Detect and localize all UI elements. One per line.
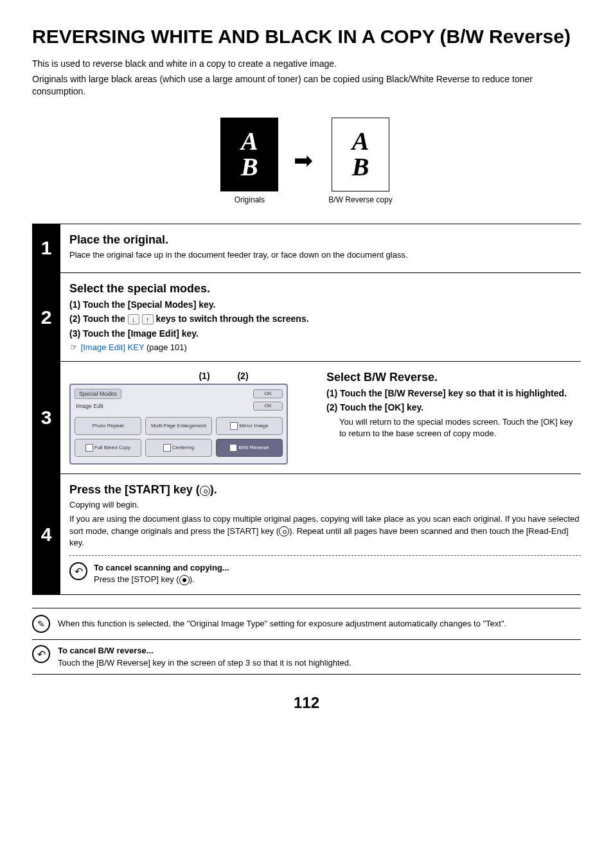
footer-note-2: ↶ To cancel B/W reverse... Touch the [B/… [32,640,581,674]
sample-letter-b-rev: B [352,154,369,180]
photo-repeat-button[interactable]: Photo Repeat [75,417,141,435]
step-3-item-2: (2) Touch the [OK] key. [326,402,581,412]
cancel-scanning-title: To cancel scanning and copying... [94,562,229,574]
full-bleed-copy-button[interactable]: Full Bleed Copy [75,439,141,457]
step-4-line1: Copying will begin. [69,499,581,511]
step-2-item-3: (3) Touch the [Image Edit] key. [69,328,581,339]
step-number-3: 3 [32,362,60,474]
undo-icon-2: ↶ [32,645,50,663]
pencil-icon: ✎ [32,615,50,633]
step-4-line2: If you are using the document glass to c… [69,513,581,549]
footer-note-1: ✎ When this function is selected, the "O… [32,608,581,640]
original-sample-box: A B [220,118,278,191]
ok-button-sub[interactable]: OK [253,402,283,411]
step-2-reference: ☞ [Image Edit] KEY (page 101) [69,342,581,352]
step-3-item-1: (1) Touch the [B/W Reverse] key so that … [326,388,581,398]
step-number-2: 2 [32,273,60,361]
step-1-title: Place the original. [69,233,581,247]
sample-letter-a: A [241,128,258,154]
sample-letter-a-rev: A [352,128,369,154]
reverse-sample-box: A B [332,118,389,191]
multi-page-enlargement-button[interactable]: Multi-Page Enlargement [145,417,212,435]
step-3-title: Select B/W Reverse. [326,371,581,384]
mirror-icon [230,422,238,430]
step-2: 2 Select the special modes. (1) Touch th… [32,273,581,362]
cancel-bw-body: Touch the [B/W Reverse] key in the scree… [58,657,351,669]
step-3-item-2-desc: You will return to the special modes scr… [339,416,581,439]
stop-key-icon [179,575,190,585]
step-2-item-1: (1) Touch the [Special Modes] key. [69,299,581,310]
callout-label-1: (1) [185,371,224,381]
cancel-bw-title: To cancel B/W reverse... [58,645,351,657]
step-3: 3 (1) (2) Special Modes OK Image Edit OK [32,362,581,474]
step-4-title: Press the [START] key (). [69,483,581,497]
step-number-1: 1 [32,224,60,272]
page-number: 112 [32,694,581,712]
bw-reverse-icon [229,444,237,452]
centering-icon [163,444,171,452]
step-number-4: 4 [32,474,60,594]
panel-breadcrumb[interactable]: Special Modes [75,389,121,399]
bw-reverse-button[interactable]: B/W Reverse [216,439,283,457]
start-key-icon-inline [279,526,289,536]
step-1-body: Place the original face up in the docume… [69,249,581,261]
arrow-icon: ➡ [294,149,313,172]
full-bleed-icon [85,444,93,452]
undo-icon: ↶ [69,562,87,580]
pointer-icon: ☞ [69,342,78,352]
page-title: REVERSING WHITE AND BLACK IN A COPY (B/W… [32,26,581,48]
touch-panel: Special Modes OK Image Edit OK Photo Rep… [69,384,288,465]
ok-button-top[interactable]: OK [253,389,283,398]
caption-originals: Originals [235,195,265,204]
arrow-up-key-icon: ↑ [142,314,154,324]
sample-letter-b: B [241,154,258,180]
note-text-1: When this function is selected, the "Ori… [58,618,506,630]
step-2-title: Select the special modes. [69,282,581,296]
callout-label-2: (2) [224,371,262,381]
intro-text-1: This is used to reverse black and white … [32,58,581,71]
figure-row: A B Originals ➡ A B B/W Reverse copy [32,118,581,204]
step-1: 1 Place the original. Place the original… [32,224,581,273]
cancel-scanning-body: Press the [STOP] key (). [94,574,229,585]
step-4: 4 Press the [START] key (). Copying will… [32,474,581,595]
arrow-down-key-icon: ↓ [128,314,139,324]
mirror-image-button[interactable]: Mirror Image [216,417,283,435]
start-key-icon [200,486,210,496]
intro-text-2: Originals with large black areas (which … [32,73,581,98]
centering-button[interactable]: Centering [145,439,212,457]
image-edit-key-link[interactable]: [Image Edit] KEY [81,342,145,352]
caption-reverse: B/W Reverse copy [328,195,392,204]
step-2-item-2: (2) Touch the ↓ ↑ keys to switch through… [69,314,581,324]
panel-sub-label: Image Edit [75,402,105,411]
